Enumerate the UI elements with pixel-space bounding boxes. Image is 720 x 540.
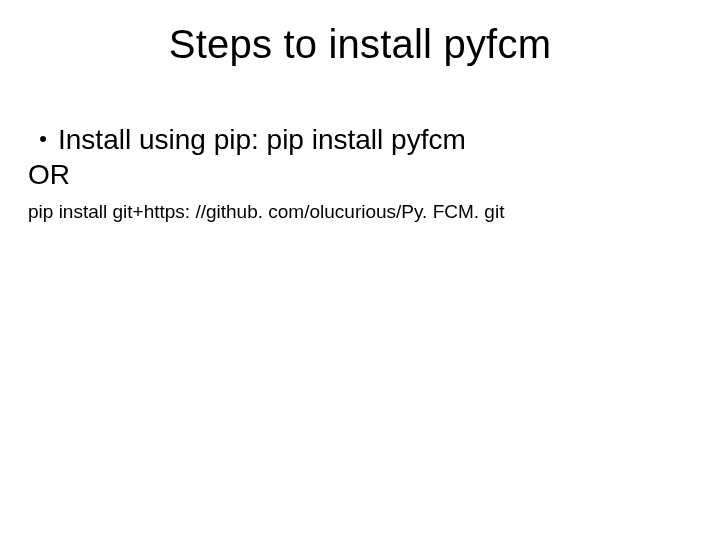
bullet-item-1: • Install using pip: pip install pyfcm (28, 122, 692, 157)
slide-title: Steps to install pyfcm (0, 22, 720, 67)
slide: Steps to install pyfcm • Install using p… (0, 0, 720, 540)
bullet-text: Install using pip: pip install pyfcm (58, 122, 466, 157)
alt-install-command: pip install git+https: //github. com/olu… (28, 201, 692, 223)
or-label: OR (28, 159, 692, 191)
slide-body: • Install using pip: pip install pyfcm O… (28, 122, 692, 223)
bullet-marker-icon: • (28, 122, 58, 156)
